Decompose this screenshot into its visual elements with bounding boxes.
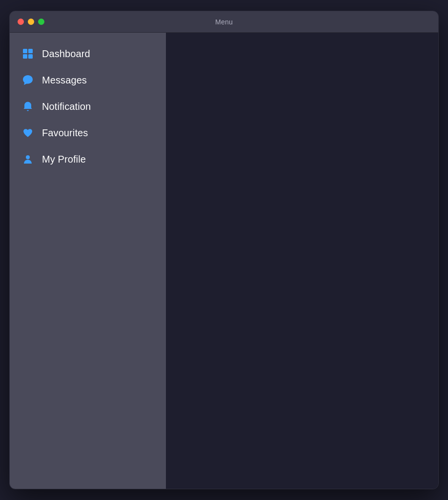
svg-rect-2: [23, 54, 27, 59]
sidebar-item-notification[interactable]: Notification: [10, 93, 166, 120]
sidebar-label-notification: Notification: [42, 101, 91, 112]
maximize-button[interactable]: [38, 19, 44, 25]
main-content: [166, 33, 438, 489]
close-button[interactable]: [18, 19, 24, 25]
sidebar-item-favourites[interactable]: Favourites: [10, 120, 166, 146]
titlebar: Menu: [10, 11, 438, 33]
sidebar-label-favourites: Favourites: [42, 127, 88, 139]
svg-rect-1: [28, 49, 33, 53]
svg-rect-3: [28, 54, 33, 59]
sidebar-item-messages[interactable]: Messages: [10, 67, 166, 93]
sidebar: Dashboard Messages No: [10, 33, 166, 489]
minimize-button[interactable]: [28, 19, 34, 25]
svg-rect-0: [23, 49, 27, 53]
sidebar-label-my-profile: My Profile: [42, 154, 86, 165]
sidebar-item-my-profile[interactable]: My Profile: [10, 146, 166, 172]
app-window: Menu Dashboard: [9, 11, 439, 489]
sidebar-label-messages: Messages: [42, 75, 87, 86]
dashboard-icon: [21, 47, 34, 60]
messages-icon: [21, 74, 34, 86]
bell-icon: [21, 100, 34, 113]
sidebar-label-dashboard: Dashboard: [42, 48, 90, 60]
sidebar-item-dashboard[interactable]: Dashboard: [10, 41, 166, 67]
profile-icon: [21, 153, 34, 166]
heart-icon: [21, 126, 34, 139]
window-title: Menu: [215, 18, 233, 26]
svg-point-4: [26, 155, 30, 159]
traffic-lights: [10, 19, 44, 25]
window-body: Dashboard Messages No: [10, 33, 438, 489]
